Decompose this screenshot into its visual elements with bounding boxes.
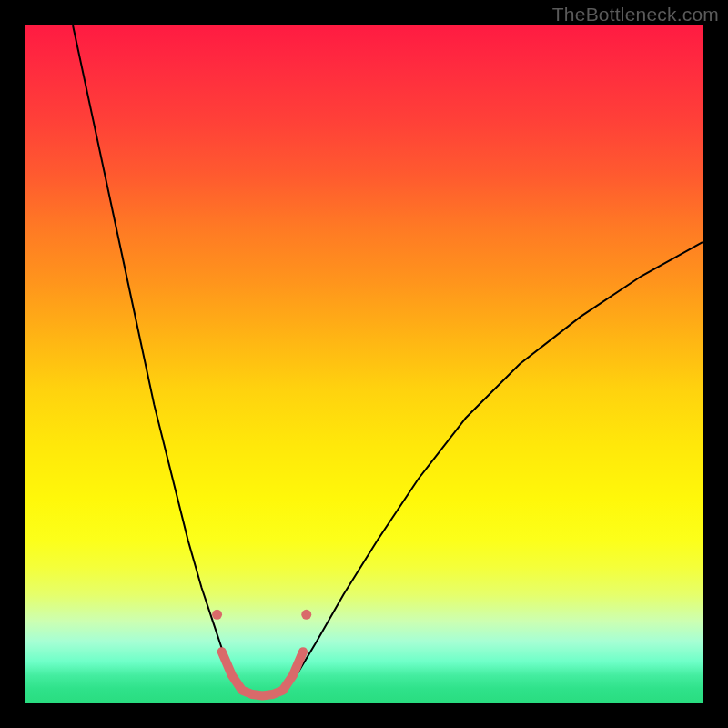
series-left-branch <box>73 25 242 693</box>
chart-svg <box>25 25 703 703</box>
marker-group <box>212 610 311 620</box>
chart-frame: TheBottleneck.com <box>0 0 728 728</box>
series-right-branch <box>283 242 703 693</box>
marker-left-dot <box>212 610 222 620</box>
watermark-label: TheBottleneck.com <box>552 4 719 25</box>
series-valley-highlight <box>222 652 303 695</box>
series-group <box>73 25 703 696</box>
marker-right-dot <box>301 610 311 620</box>
plot-area <box>25 25 703 703</box>
